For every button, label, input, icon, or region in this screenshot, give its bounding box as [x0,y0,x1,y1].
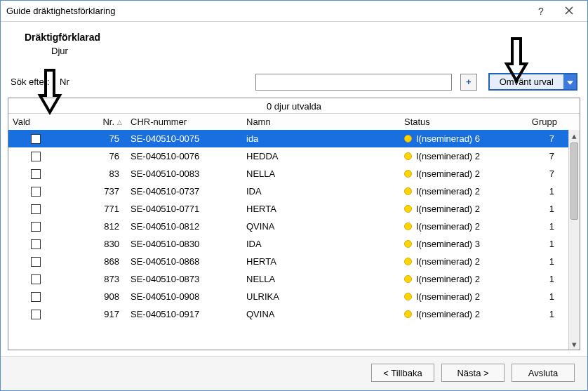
cell-status-text: I(nseminerad) 2 [416,168,480,179]
row-checkbox-cell [8,169,63,179]
page-title: Dräktigförklarad [25,32,575,43]
row-checkbox[interactable] [31,134,41,144]
cell-nr: 737 [63,186,126,197]
row-checkbox[interactable] [31,292,41,302]
column-header-namn[interactable]: Namn [242,114,400,130]
cell-chr: SE-040510-0812 [126,221,242,232]
scroll-down-button[interactable]: ▾ [569,338,580,350]
titlebar: Guide dräktighetsförklaring ? [1,1,587,22]
table-row[interactable]: 771SE-040510-0771HERTAI(nseminerad) 21 [8,200,580,218]
cell-chr: SE-040510-0083 [126,168,242,179]
cell-status-text: I(nseminerad) 2 [416,256,480,267]
finish-button[interactable]: Avsluta [512,364,575,382]
content-area: Dräktigförklarad Djur Sök efter: Nr + Om… [1,22,587,390]
cell-chr: SE-040510-0830 [126,239,242,249]
cell-grupp: 1 [502,256,561,267]
cell-chr: SE-040510-0771 [126,204,242,214]
invert-selection-combo[interactable]: Omvänt urval [488,73,577,91]
row-checkbox[interactable] [31,257,41,267]
help-button[interactable]: ? [527,1,555,21]
cell-grupp: 1 [502,186,561,197]
cell-grupp: 7 [502,151,561,161]
row-checkbox-cell [8,222,63,232]
table-row[interactable]: 812SE-040510-0812QVINAI(nseminerad) 21 [8,218,580,235]
cell-status-text: I(nseminerad) 2 [416,186,480,197]
cell-chr: SE-040510-0908 [126,291,242,302]
cell-grupp: 7 [502,133,561,144]
next-button[interactable]: Nästa > [441,364,505,382]
scroll-thumb[interactable] [570,143,578,220]
row-checkbox[interactable] [31,187,41,197]
cell-status: I(nseminerad) 2 [400,186,502,197]
table-row[interactable]: 868SE-040510-0868HERTAI(nseminerad) 21 [8,253,580,270]
table-row[interactable]: 83SE-040510-0083NELLAI(nseminerad) 27 [8,165,580,183]
cell-nr: 830 [63,239,126,249]
close-icon [565,6,573,17]
search-input[interactable] [255,74,452,91]
search-label: Sök efter: [11,77,55,87]
row-checkbox[interactable] [31,239,41,249]
column-header-status[interactable]: Status [400,114,502,130]
window-title: Guide dräktighetsförklaring [6,6,527,16]
table-row[interactable]: 76SE-040510-0076HEDDAI(nseminerad) 27 [8,147,580,165]
cell-namn: NELLA [242,168,400,179]
cell-namn: QVINA [242,309,400,319]
cell-chr: SE-040510-0075 [126,133,242,144]
cell-status: I(nseminerad) 3 [400,239,502,249]
status-dot-icon [404,223,412,230]
column-header-nr[interactable]: Nr. △ [63,114,126,130]
cell-status-text: I(nseminerad) 2 [416,204,480,214]
column-header-vald[interactable]: Vald [8,114,63,130]
row-checkbox[interactable] [31,222,41,232]
column-header-grupp[interactable]: Grupp [502,114,561,130]
cell-grupp: 1 [502,274,561,284]
column-header-chr[interactable]: CHR-nummer [126,114,242,130]
status-dot-icon [404,293,412,300]
cell-grupp: 1 [502,239,561,249]
row-checkbox-cell [8,152,63,161]
cell-nr: 873 [63,274,126,284]
sort-asc-icon: △ [117,119,122,126]
search-field-label: Nr [60,77,83,87]
table-row[interactable]: 908SE-040510-0908ULRIKAI(nseminerad) 21 [8,288,580,305]
cell-nr: 868 [63,256,126,267]
back-button[interactable]: < Tillbaka [371,364,434,382]
cell-status: I(nseminerad) 2 [400,221,502,232]
cell-namn: IDA [242,186,400,197]
dialog-window: Guide dräktighetsförklaring ? Dräktigför… [0,0,588,391]
cell-grupp: 1 [502,204,561,214]
table-row[interactable]: 873SE-040510-0873NELLAI(nseminerad) 21 [8,270,580,288]
cell-status: I(nseminerad) 2 [400,204,502,214]
table-row[interactable]: 917SE-040510-0917QVINAI(nseminerad) 21 [8,305,580,323]
cell-nr: 771 [63,204,126,214]
status-dot-icon [404,240,412,248]
table-row[interactable]: 75SE-040510-0075idaI(nseminerad) 67 [8,130,580,147]
table-row[interactable]: 830SE-040510-0830IDAI(nseminerad) 31 [8,235,580,253]
row-checkbox[interactable] [31,274,41,284]
cell-chr: SE-040510-0868 [126,256,242,267]
close-button[interactable] [555,1,583,21]
vertical-scrollbar[interactable]: ▴ ▾ [568,130,580,350]
chevron-down-icon [567,77,573,87]
cell-nr: 83 [63,168,126,179]
cell-namn: HERTA [242,256,400,267]
invert-selection-button[interactable]: Omvänt urval [490,74,563,89]
row-checkbox-cell [8,187,63,197]
row-checkbox[interactable] [31,169,41,179]
row-checkbox[interactable] [31,204,41,214]
cell-namn: ULRIKA [242,291,400,302]
cell-status-text: I(nseminerad) 2 [416,274,480,284]
table-row[interactable]: 737SE-040510-0737IDAI(nseminerad) 21 [8,183,580,200]
cell-chr: SE-040510-0917 [126,309,242,319]
row-checkbox[interactable] [31,310,41,319]
row-checkbox-cell [8,274,63,284]
scroll-up-button[interactable]: ▴ [569,130,580,141]
row-checkbox[interactable] [31,152,41,161]
invert-selection-dropdown[interactable] [563,74,576,89]
cell-chr: SE-040510-0737 [126,186,242,197]
cell-nr: 908 [63,291,126,302]
cell-namn: NELLA [242,274,400,284]
add-button[interactable]: + [460,74,477,91]
cell-status: I(nseminerad) 2 [400,274,502,284]
cell-nr: 76 [63,151,126,161]
